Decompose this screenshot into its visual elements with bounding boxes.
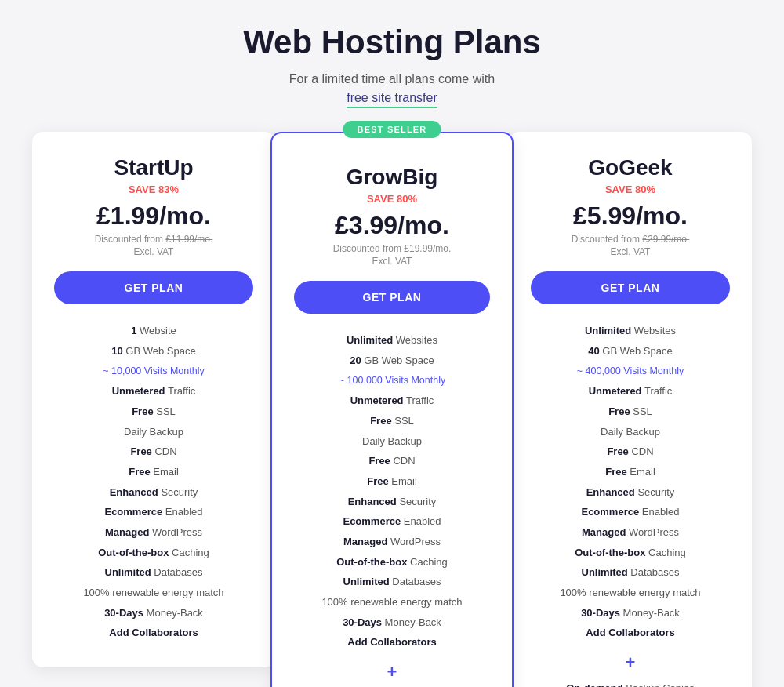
feature-item: Ecommerce Enabled xyxy=(294,512,490,532)
plan-card-growbig: BEST SELLERGrowBigSAVE 80%£3.99/mo.Disco… xyxy=(270,132,514,687)
feature-item: ~ 100,000 Visits Monthly xyxy=(294,371,490,391)
feature-item: Unlimited Websites xyxy=(294,331,490,351)
feature-item: ~ 10,000 Visits Monthly xyxy=(54,362,253,381)
discounted-from-growbig: Discounted from £19.99/mo. xyxy=(294,243,490,254)
feature-item: Enhanced Security xyxy=(294,493,490,512)
save-badge-growbig: SAVE 80% xyxy=(294,193,490,205)
feature-item: 100% renewable energy match xyxy=(294,593,490,612)
feature-item: Daily Backup xyxy=(531,423,730,442)
price-gogeek: £5.99/mo. xyxy=(531,202,730,231)
free-transfer-text: free site transfer xyxy=(347,91,437,108)
price-growbig: £3.99/mo. xyxy=(294,211,490,240)
plan-card-gogeek: GoGeekSAVE 80%£5.99/mo.Discounted from £… xyxy=(509,132,752,687)
feature-item: Unlimited Websites xyxy=(531,322,730,341)
feature-item: Daily Backup xyxy=(54,423,253,442)
feature-item: 30-Days Money-Back xyxy=(294,613,490,633)
feature-item: Add Collaborators xyxy=(531,623,730,643)
feature-item: Unlimited Databases xyxy=(531,563,730,583)
feature-item: Managed WordPress xyxy=(294,533,490,552)
page-header: Web Hosting Plans For a limited time all… xyxy=(243,24,541,108)
feature-item: 100% renewable energy match xyxy=(54,583,253,603)
feature-item: 100% renewable energy match xyxy=(531,583,730,603)
feature-item: Free CDN xyxy=(54,442,253,462)
feature-item: 1 Website xyxy=(54,322,253,341)
discounted-from-gogeek: Discounted from £29.99/mo. xyxy=(531,234,730,245)
get-plan-button-startup[interactable]: GET PLAN xyxy=(54,271,253,304)
feature-item: Free Email xyxy=(294,472,490,492)
feature-item: Unmetered Traffic xyxy=(294,391,490,411)
discounted-from-startup: Discounted from £11.99/mo. xyxy=(54,234,253,245)
feature-item: Ecommerce Enabled xyxy=(531,503,730,522)
feature-item: 10 GB Web Space xyxy=(54,342,253,362)
feature-item: Out-of-the-box Caching xyxy=(531,543,730,563)
extra-item: On-demand Backup Copies xyxy=(531,679,730,687)
feature-item: ~ 400,000 Visits Monthly xyxy=(531,362,730,381)
feature-item: Ecommerce Enabled xyxy=(54,503,253,522)
feature-item: Free Email xyxy=(54,463,253,482)
best-seller-badge: BEST SELLER xyxy=(343,121,441,138)
feature-item: 30-Days Money-Back xyxy=(531,604,730,623)
feature-item: Unlimited Databases xyxy=(294,572,490,592)
feature-item: Unmetered Traffic xyxy=(54,382,253,402)
plan-name-gogeek: GoGeek xyxy=(531,155,730,180)
feature-item: Daily Backup xyxy=(294,432,490,452)
feature-item: Enhanced Security xyxy=(54,483,253,503)
feature-item: 20 GB Web Space xyxy=(294,351,490,371)
feature-item: Free SSL xyxy=(294,412,490,431)
features-list-gogeek: Unlimited Websites40 GB Web Space~ 400,0… xyxy=(531,322,730,643)
excl-vat-gogeek: Excl. VAT xyxy=(531,246,730,257)
feature-item: Unmetered Traffic xyxy=(531,382,730,402)
plan-card-startup: StartUpSAVE 83%£1.99/mo.Discounted from … xyxy=(32,132,275,667)
feature-item: 30-Days Money-Back xyxy=(54,604,253,623)
feature-item: Out-of-the-box Caching xyxy=(294,553,490,572)
features-list-startup: 1 Website10 GB Web Space~ 10,000 Visits … xyxy=(54,322,253,643)
plan-name-growbig: GrowBig xyxy=(294,165,490,190)
feature-item: Add Collaborators xyxy=(294,633,490,652)
subtitle: For a limited time all plans come with xyxy=(243,72,541,86)
feature-item: Add Collaborators xyxy=(54,623,253,643)
plans-container: StartUpSAVE 83%£1.99/mo.Discounted from … xyxy=(16,132,768,687)
excl-vat-growbig: Excl. VAT xyxy=(294,256,490,267)
plan-name-startup: StartUp xyxy=(54,155,253,180)
feature-item: Out-of-the-box Caching xyxy=(54,543,253,563)
save-badge-gogeek: SAVE 80% xyxy=(531,184,730,195)
save-badge-startup: SAVE 83% xyxy=(54,184,253,195)
feature-item: Free Email xyxy=(531,463,730,482)
features-list-growbig: Unlimited Websites20 GB Web Space~ 100,0… xyxy=(294,331,490,652)
feature-item: Free SSL xyxy=(531,402,730,422)
feature-item: 40 GB Web Space xyxy=(531,342,730,362)
price-startup: £1.99/mo. xyxy=(54,202,253,231)
extras-divider-growbig: + xyxy=(294,662,490,682)
excl-vat-startup: Excl. VAT xyxy=(54,246,253,257)
feature-item: Free CDN xyxy=(531,442,730,462)
get-plan-button-gogeek[interactable]: GET PLAN xyxy=(531,271,730,304)
feature-item: Unlimited Databases xyxy=(54,563,253,583)
page-title: Web Hosting Plans xyxy=(243,24,541,61)
feature-item: Managed WordPress xyxy=(531,523,730,543)
feature-item: Managed WordPress xyxy=(54,523,253,543)
feature-item: Enhanced Security xyxy=(531,483,730,503)
extras-list-gogeek: On-demand Backup Copies30% faster PHPSta… xyxy=(531,679,730,687)
extras-divider-gogeek: + xyxy=(531,652,730,673)
feature-item: Free SSL xyxy=(54,402,253,422)
get-plan-button-growbig[interactable]: GET PLAN xyxy=(294,281,490,314)
feature-item: Free CDN xyxy=(294,452,490,471)
